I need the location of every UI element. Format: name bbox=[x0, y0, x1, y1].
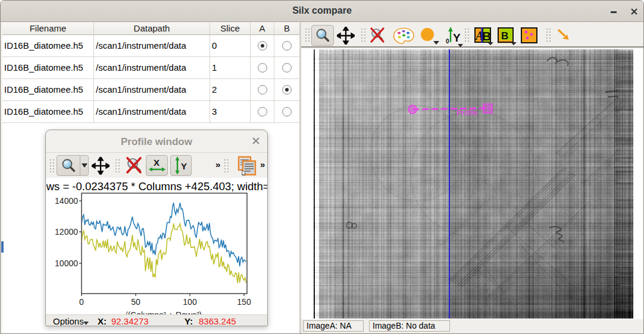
svg-text:Y: Y bbox=[453, 31, 461, 44]
svg-text:50: 50 bbox=[131, 297, 140, 307]
svg-text:14000: 14000 bbox=[55, 196, 78, 206]
svg-text:Y: Y bbox=[181, 161, 187, 171]
svg-text:150: 150 bbox=[237, 297, 251, 307]
svg-text:B: B bbox=[482, 29, 491, 43]
svg-text:0: 0 bbox=[79, 297, 84, 307]
svg-text:100: 100 bbox=[183, 297, 197, 307]
svg-text:Profile: Profile bbox=[457, 109, 477, 117]
svg-text:B: B bbox=[501, 30, 508, 42]
svg-text:12000: 12000 bbox=[55, 227, 78, 237]
svg-text:X: X bbox=[154, 157, 160, 168]
svg-text:0: 0 bbox=[446, 38, 449, 45]
svg-text:10000: 10000 bbox=[55, 259, 78, 268]
svg-text:√(Columns² + Rows²): √(Columns² + Rows²) bbox=[123, 310, 202, 314]
